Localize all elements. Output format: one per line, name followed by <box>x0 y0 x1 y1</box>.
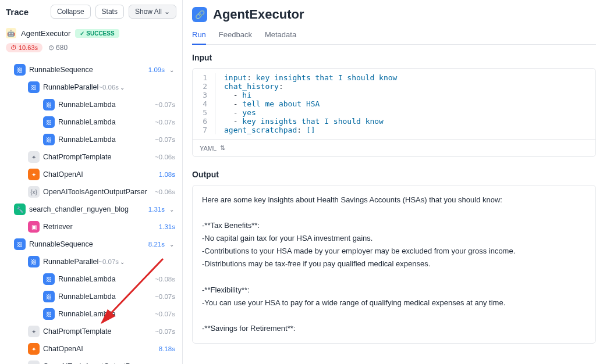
trace-sidebar: Trace Collapse Stats Show All ⌄ 🤖 AgentE… <box>0 0 183 364</box>
tree-node[interactable]: 🔧search_chandler_nguyen_blog1.31s⌄ <box>2 201 180 217</box>
status-badge: ✓ SUCCESS <box>75 29 119 38</box>
node-time: ~0.07s <box>155 311 175 317</box>
output-line: -Distributions may be tax-free if you pa… <box>202 258 586 270</box>
node-name: ChatOpenAI <box>43 345 155 353</box>
node-name: RunnableParallel~0.07s⌄ <box>43 258 175 266</box>
node-time: ~0.06s <box>155 154 175 160</box>
node-name: OpenAIToolsAgentOutputParser <box>43 188 151 196</box>
node-icon: 🔧 <box>14 204 26 215</box>
node-icon: ✦ <box>28 151 40 163</box>
node-icon: ⛓ <box>43 99 55 110</box>
stats-button[interactable]: Stats <box>95 5 124 19</box>
node-name: ChatPromptTemplate <box>43 327 151 336</box>
node-icon: ⛓ <box>14 64 26 76</box>
tree-node[interactable]: ⛓RunnableSequence8.21s⌄ <box>2 236 180 252</box>
token-count: ⊙ 680 <box>48 44 68 52</box>
node-time: 1.31s <box>159 223 175 230</box>
trace-tree: ⛓RunnableSequence1.09s⌄⛓RunnableParallel… <box>0 58 182 364</box>
output-line: Here are some key insights about Health … <box>202 194 586 206</box>
node-time: ~0.07s <box>155 328 175 335</box>
node-icon: ⛓ <box>43 134 55 145</box>
node-name: RunnableLambda <box>58 275 151 283</box>
node-name: RunnableParallel~0.06s⌄ <box>43 83 175 91</box>
output-line: -Contributions to your HSA made by your … <box>202 245 586 258</box>
node-time: 1.09s <box>148 66 165 73</box>
tree-node[interactable]: ⛓RunnableLambda~0.07s <box>2 288 180 305</box>
tab-metadata[interactable]: Metadata <box>265 28 296 45</box>
tree-node[interactable]: ⛓RunnableSequence1.09s⌄ <box>2 62 180 78</box>
code-format-selector[interactable]: YAML ⇅ <box>193 139 595 156</box>
node-name: Retriever <box>43 223 155 231</box>
node-name: RunnableLambda <box>58 101 151 109</box>
chevron-down-icon[interactable]: ⌄ <box>168 206 175 213</box>
node-name: RunnableSequence <box>29 66 145 74</box>
tree-node[interactable]: ✦ChatOpenAI8.18s <box>2 341 180 357</box>
output-line <box>202 206 586 219</box>
code-lines[interactable]: 1input: key insights that I should know2… <box>193 69 595 139</box>
check-icon: ✓ <box>80 30 84 37</box>
tab-feedback[interactable]: Feedback <box>219 28 252 45</box>
tree-node[interactable]: {x}OpenAIToolsAgentOutputParser~0.08s <box>2 358 180 364</box>
main-header: 🔗 AgentExecutor <box>192 7 596 28</box>
tab-bar: RunFeedbackMetadata <box>192 28 596 45</box>
node-time: ~0.08s <box>155 276 175 283</box>
output-line: -You can use your HSA to pay for a wide … <box>202 297 586 309</box>
input-code-block: 1input: key insights that I should know2… <box>192 68 596 157</box>
chevron-down-icon: ⌄ <box>164 8 170 16</box>
clock-icon: ⏱ <box>10 44 17 51</box>
tree-node[interactable]: ⛓RunnableParallel~0.06s⌄ <box>2 79 180 95</box>
node-time: ~0.07s <box>155 293 175 300</box>
node-icon: ✦ <box>28 169 40 180</box>
node-time: ~0.07s <box>155 136 175 143</box>
output-box: Here are some key insights about Health … <box>192 185 596 344</box>
tree-node[interactable]: ✦ChatPromptTemplate~0.07s <box>2 323 180 340</box>
sidebar-header: Trace Collapse Stats Show All ⌄ <box>0 0 182 23</box>
tree-node[interactable]: ⛓RunnableLambda~0.07s <box>2 306 180 322</box>
tree-node[interactable]: ⛓RunnableParallel~0.07s⌄ <box>2 254 180 270</box>
show-all-button[interactable]: Show All ⌄ <box>129 5 176 19</box>
chevron-down-icon[interactable]: ⌄ <box>168 67 175 73</box>
node-name: RunnableLambda <box>58 135 151 144</box>
output-line: -**Tax Benefits**: <box>202 219 586 232</box>
tree-node[interactable]: ✦ChatOpenAI1.08s <box>2 166 180 183</box>
tab-run[interactable]: Run <box>192 28 206 45</box>
tree-node[interactable]: {x}OpenAIToolsAgentOutputParser~0.06s <box>2 184 180 200</box>
tree-node[interactable]: ⛓RunnableLambda~0.08s <box>2 271 180 287</box>
node-icon: ⛓ <box>28 256 40 267</box>
chevron-down-icon[interactable]: ⌄ <box>119 84 126 91</box>
node-name: RunnableLambda <box>58 310 151 318</box>
output-line: -**Flexibility**: <box>202 284 586 297</box>
node-name: search_chandler_nguyen_blog <box>29 205 145 213</box>
tree-node[interactable]: ▣Retriever1.31s <box>2 219 180 235</box>
output-section-title: Output <box>192 170 596 179</box>
node-icon: ✦ <box>28 326 40 337</box>
chevron-down-icon[interactable]: ⌄ <box>168 241 175 248</box>
node-time: 1.31s <box>148 206 165 213</box>
node-time: 8.18s <box>159 345 175 352</box>
trace-root-row[interactable]: 🤖 AgentExecutor ✓ SUCCESS <box>0 23 182 43</box>
tree-node[interactable]: ⛓RunnableLambda~0.07s <box>2 131 180 148</box>
tree-node[interactable]: ✦ChatPromptTemplate~0.06s <box>2 149 180 165</box>
node-icon: ⛓ <box>28 81 40 93</box>
collapse-button[interactable]: Collapse <box>51 5 91 19</box>
time-badge: ⏱ 10.63s <box>6 43 42 52</box>
input-section-title: Input <box>192 53 596 62</box>
node-time: ~0.07s <box>155 119 175 126</box>
node-name: ChatOpenAI <box>43 170 155 179</box>
main-panel: 🔗 AgentExecutor RunFeedbackMetadata Inpu… <box>183 0 596 364</box>
chevron-down-icon[interactable]: ⌄ <box>119 259 126 265</box>
output-line <box>202 309 586 322</box>
page-title: AgentExecutor <box>213 7 304 22</box>
tree-node[interactable]: ⛓RunnableLambda~0.07s <box>2 114 180 130</box>
node-icon: ⛓ <box>43 291 55 302</box>
token-icon: ⊙ <box>48 44 54 52</box>
root-name: AgentExecutor <box>21 29 70 38</box>
node-icon: ▣ <box>28 221 40 233</box>
node-time: 1.08s <box>159 171 175 178</box>
output-line <box>202 271 586 284</box>
updown-icon: ⇅ <box>220 144 225 152</box>
node-time: ~0.06s <box>155 188 175 195</box>
node-name: ChatPromptTemplate <box>43 153 151 161</box>
node-icon: ⛓ <box>14 238 26 250</box>
tree-node[interactable]: ⛓RunnableLambda~0.07s <box>2 97 180 113</box>
